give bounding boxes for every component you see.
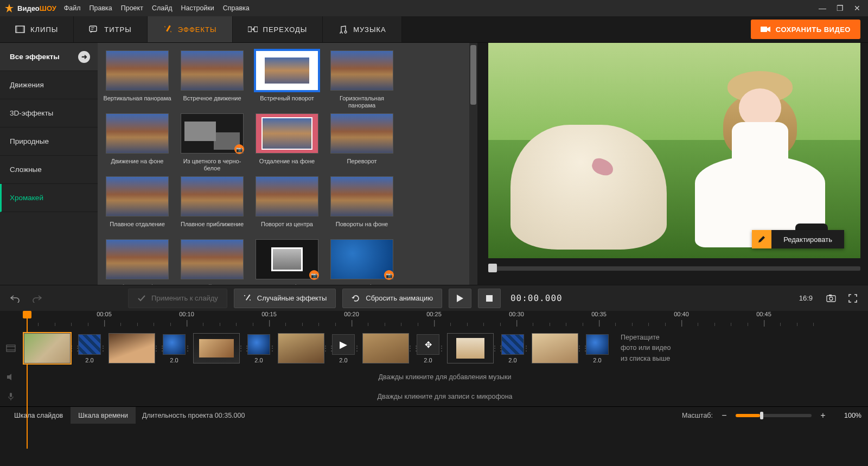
preview-canvas[interactable]: Редактировать	[488, 43, 860, 258]
timeline-clip[interactable]	[193, 333, 240, 363]
slides-scale-button[interactable]: Шкала слайдов	[7, 407, 71, 424]
reset-animation-button[interactable]: Сбросить анимацию	[342, 289, 442, 308]
menu-edit[interactable]: Правка	[90, 4, 112, 12]
ruler-tick-major: 00:15	[261, 311, 277, 317]
effect-thumb[interactable]	[330, 50, 393, 91]
menu-project[interactable]: Проект	[121, 4, 143, 12]
timeline-transition[interactable]: 2.0	[585, 333, 610, 363]
effect-thumb[interactable]	[106, 113, 169, 154]
clip-grip[interactable]: ⋮⋮	[525, 333, 532, 363]
effect-thumb[interactable]: 📷	[256, 239, 318, 279]
window-restore-icon[interactable]: ❐	[833, 2, 846, 15]
random-effects-button[interactable]: Случайные эффекты	[234, 289, 336, 308]
undo-button[interactable]	[8, 291, 23, 306]
clip-grip[interactable]: ⋮⋮	[271, 333, 278, 363]
timeline-transition[interactable]: 2.0	[162, 333, 187, 363]
effect-thumb[interactable]	[181, 50, 244, 91]
svg-rect-19	[486, 295, 493, 302]
clip-grip[interactable]: ⋮⋮	[240, 333, 246, 363]
playhead[interactable]	[23, 311, 31, 318]
menu-help[interactable]: Справка	[223, 4, 250, 12]
window-close-icon[interactable]: ✕	[851, 2, 864, 15]
effect-thumb[interactable]: 📷	[181, 113, 244, 154]
apply-all-icon[interactable]: ➜	[78, 51, 90, 63]
mic-track-hint[interactable]: Дважды кликните для записи с микрофона	[22, 387, 868, 406]
seek-knob[interactable]	[488, 264, 497, 272]
clip-grip[interactable]: ⋮⋮	[356, 333, 362, 363]
clip-grip[interactable]: ⋮⋮	[155, 333, 162, 363]
effect-thumb-selected[interactable]	[256, 50, 318, 91]
gallery-scrollbar[interactable]	[469, 43, 477, 285]
clip-grip[interactable]: ⋮⋮	[71, 333, 77, 363]
ruler-tick-minor	[302, 323, 303, 326]
timeline-transition[interactable]: 2.0	[500, 333, 525, 363]
timeline-ruler[interactable]: 00:0500:1000:1500:2000:2500:3000:3500:40…	[22, 311, 868, 329]
timeline-transition[interactable]: ▶2.0	[331, 333, 356, 363]
timeline-clip[interactable]	[24, 333, 71, 363]
clip-grip[interactable]: ⋮⋮	[409, 333, 416, 363]
category-all-effects[interactable]: Все эффекты ➜	[0, 43, 98, 71]
drag-hint-line: Перетащите	[621, 333, 671, 343]
zoom-out-button[interactable]: −	[718, 410, 730, 422]
fullscreen-button[interactable]	[845, 291, 860, 306]
redo-button[interactable]	[29, 291, 44, 306]
timeline-clip[interactable]	[362, 333, 409, 363]
zoom-in-button[interactable]: +	[817, 410, 829, 422]
menu-settings[interactable]: Настройки	[181, 4, 214, 12]
category-3d[interactable]: 3D-эффекты	[0, 99, 98, 127]
timeline-clip[interactable]	[532, 333, 578, 363]
timeline-clip[interactable]	[278, 333, 324, 363]
music-track-hint[interactable]: Дважды кликните для добавления музыки	[22, 367, 868, 387]
timeline-clip[interactable]	[447, 333, 494, 363]
menu-file[interactable]: Файл	[64, 4, 81, 12]
effect-thumb[interactable]	[106, 239, 169, 279]
effect-thumb[interactable]	[256, 176, 318, 216]
timeline-transition[interactable]: 2.0	[77, 333, 102, 363]
effect-thumb[interactable]	[330, 176, 393, 216]
effect-thumb[interactable]	[256, 113, 318, 154]
effect-thumb[interactable]	[106, 50, 169, 91]
stop-button[interactable]	[478, 289, 501, 308]
save-video-button[interactable]: СОХРАНИТЬ ВИДЕО	[751, 20, 860, 39]
play-button[interactable]	[449, 289, 471, 308]
clip-grip[interactable]: ⋮⋮	[494, 333, 500, 363]
tab-clips[interactable]: КЛИПЫ	[0, 16, 74, 42]
effect-thumb[interactable]	[330, 113, 393, 154]
ruler-tick-minor	[714, 323, 715, 326]
video-track: ⋮⋮ 2.0 ⋮⋮ ⋮⋮ 2.0 ⋮⋮ ⋮⋮ 2.0 ⋮⋮ ⋮⋮ ▶2.0 ⋮⋮…	[0, 329, 868, 367]
time-scale-button[interactable]: Шкала времени	[71, 407, 136, 424]
preview-seek-slider[interactable]	[488, 266, 860, 271]
menu-slide[interactable]: Слайд	[152, 4, 173, 12]
tab-transitions[interactable]: ПЕРЕХОДЫ	[233, 16, 323, 42]
svg-rect-15	[246, 294, 251, 300]
effect-thumb[interactable]	[106, 176, 169, 216]
scrollbar-thumb[interactable]	[470, 45, 476, 105]
timeline-transition[interactable]: ✥2.0	[416, 333, 441, 363]
effect-thumb[interactable]	[181, 239, 244, 279]
category-chromakey[interactable]: Хромакей	[0, 184, 98, 212]
clip-grip[interactable]: ⋮⋮	[578, 333, 585, 363]
edit-slide-button[interactable]: Редактировать	[752, 230, 844, 248]
snapshot-button[interactable]	[824, 291, 839, 306]
clip-grip[interactable]: ⋮⋮	[187, 333, 193, 363]
effect-thumb[interactable]	[181, 176, 244, 216]
tab-titles[interactable]: ТИТРЫ	[74, 16, 147, 42]
edit-slide-label: Редактировать	[771, 230, 844, 248]
clip-grip[interactable]: ⋮⋮	[441, 333, 447, 363]
zoom-slider-knob[interactable]	[760, 412, 763, 419]
clip-grip[interactable]: ⋮⋮	[324, 333, 331, 363]
aspect-ratio-label[interactable]: 16:9	[799, 294, 813, 302]
timeline-transition[interactable]: 2.0	[246, 333, 271, 363]
effect-thumb[interactable]: 📷	[330, 239, 393, 279]
clip-grip[interactable]: ⋮⋮	[102, 333, 108, 363]
zoom-slider[interactable]	[736, 414, 812, 417]
effect-caption: Плавное отдаление	[110, 221, 165, 235]
window-minimize-icon[interactable]: —	[816, 2, 829, 15]
category-nature[interactable]: Природные	[0, 127, 98, 156]
category-complex[interactable]: Сложные	[0, 156, 98, 184]
tab-music[interactable]: МУЗЫКА	[323, 16, 401, 42]
category-motion[interactable]: Движения	[0, 71, 98, 99]
effect-caption: Вертикальная панорама	[103, 95, 171, 109]
timeline-clip[interactable]	[108, 333, 155, 363]
tab-effects[interactable]: ЭФФЕКТЫ	[148, 16, 233, 42]
